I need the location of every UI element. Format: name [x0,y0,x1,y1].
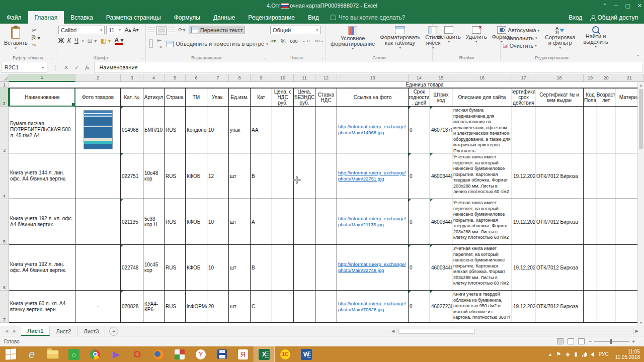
cell-upak[interactable]: 20 [207,291,229,323]
decrease-decimal-icon[interactable]: .00→ [314,39,324,43]
2gis-taskbar-button[interactable]: ⌂ [63,346,85,362]
cell-artikul[interactable]: КУА4-КР6 [143,291,165,323]
maximize-icon[interactable]: ▢ [625,3,630,9]
cell-shelf[interactable]: 0 [409,107,430,153]
cell-country[interactable]: RUS [165,107,186,153]
percent-style-icon[interactable]: % [281,38,286,44]
fill-button[interactable]: ⤓Заполнить▾ [503,35,539,41]
cell-vat[interactable] [315,291,337,323]
hscroll-thumb[interactable] [398,329,475,334]
select-all-corner[interactable] [0,74,9,82]
cell-kat[interactable]: А [251,199,272,245]
comma-style-icon[interactable]: 000 [290,39,297,44]
cell-cert_issuer[interactable]: ОТК/7012 Бирюза [535,291,584,323]
header-cell-7[interactable]: Упак. [207,88,229,107]
cell-link[interactable]: http://informat.ru/erp_exchange/photo/Ma… [337,107,409,153]
yandex-taskbar-button[interactable]: Я [232,346,254,362]
merge-center-button[interactable]: Объединить и поместить в центре ▾ [165,40,270,48]
cell-unit[interactable]: шт [229,291,251,323]
wrap-text-button[interactable]: Перенести текст [189,26,246,34]
cut-icon[interactable]: ✂ [32,27,40,33]
column-header-10[interactable]: 10 [272,74,294,82]
cell-unit[interactable]: шт [229,199,251,245]
cell-barcode[interactable]: 460034400 [430,199,452,245]
cell-age[interactable] [597,199,615,245]
tab-данные[interactable]: Данные [207,11,242,24]
normal-view-icon[interactable] [557,338,564,344]
font-dialog-launcher-icon[interactable]: ⌐ [142,56,144,60]
battery-icon[interactable]: ▮ [575,351,578,357]
sheet-tab-лист2[interactable]: Лист2 [50,326,77,336]
cell-name[interactable]: Бумага писчая ПОТРЕБИТЕЛЬСКАЯ 500 л. 45 … [9,107,75,153]
volume-icon[interactable] [591,352,594,357]
format-as-table-button[interactable]: Форматировать как таблицу ▾ [377,26,423,54]
cell-code_pol[interactable] [584,291,597,323]
header-cell-16[interactable]: Описание для сайта [452,88,512,107]
cell-cert_issuer[interactable] [535,107,584,153]
cell-artikul[interactable]: 10с45 кор [143,245,165,291]
formula-input[interactable]: Наименование [95,62,643,73]
cell-link[interactable]: http://informat.ru/erp_exchange/photo/Ma… [337,153,409,199]
excel-taskbar-button[interactable]: X [254,346,275,362]
find-select-button[interactable]: Найти и выделить ▾ [581,26,610,54]
cell-tm[interactable]: КФОБ [186,199,207,245]
cell-country[interactable]: RUS [165,291,186,323]
firefox-taskbar-button[interactable] [148,346,169,362]
cell-upak[interactable]: 12 [207,153,229,199]
clipboard-dialog-launcher-icon[interactable]: ⌐ [52,56,55,60]
cell-artikul[interactable]: БМП/10 [143,107,165,153]
internet-explorer-taskbar-button[interactable]: e [21,346,42,362]
floppy-app-taskbar-button[interactable] [211,346,232,362]
1c-taskbar-button[interactable]: 1С [275,346,296,362]
cell-barcode[interactable]: 460713706 [430,107,452,153]
tab-рецензирование[interactable]: Рецензирование [242,11,301,24]
cell-kat[interactable]: В [251,245,272,291]
cell-name[interactable]: Книга учета 144 л. лин. офс. А4 б/винил … [9,153,75,199]
cell-tm[interactable]: Кондопог [186,107,207,153]
row-header-5[interactable]: 5 [0,199,9,245]
cell-link[interactable]: http://informat.ru/erp_exchange/photo/Ma… [337,245,409,291]
opera-taskbar-button[interactable]: O [127,346,148,362]
clear-button[interactable]: ◪Очистить▾ [503,42,539,49]
tab-разметка-страницы[interactable]: Разметка страницы [100,11,168,24]
cell-price_novat[interactable] [294,153,315,199]
header-cell-18[interactable]: Сертификат № и кем выдан [535,88,584,107]
photo-link[interactable]: http://informat.ru/erp_exchange/photo/Ma… [338,216,407,228]
font-name-select[interactable]: Calibri ▾ [58,26,105,34]
cell-shelf[interactable]: 0 [409,199,430,245]
column-header-1[interactable]: 1 [9,74,75,82]
language-indicator[interactable]: РУС [599,351,609,357]
orientation-icon[interactable]: ⟳▾ [178,27,186,33]
header-cell-1[interactable]: Наименование [9,88,75,107]
horizontal-scrollbar[interactable]: ◀ ▶ [390,327,640,334]
font-color-icon[interactable]: А ▾ [115,37,124,45]
cell-shelf[interactable]: 0 [409,245,430,291]
column-header-9[interactable]: 9 [251,74,272,82]
header-cell-10[interactable]: Цена, с НДС руб. [272,88,294,107]
column-header-14[interactable]: 14 [409,74,430,82]
row-header-3[interactable]: 3 [0,107,9,153]
cell-cert_issuer[interactable]: ОТК/7012 Бирюза [535,199,584,245]
cell-desc[interactable]: Учетная книга имеет переплет, на который… [452,245,512,291]
header-cell-5[interactable]: Страна [165,88,186,107]
start-taskbar-button[interactable] [0,346,21,362]
cell-price_vat[interactable] [272,291,294,323]
copy-icon[interactable]: ⎘ ▾ [32,35,40,41]
pinwheel-app-taskbar-button[interactable] [169,346,190,362]
chrome-taskbar-button[interactable] [85,346,106,362]
paste-button[interactable]: Вставить ▾ [2,26,30,50]
cell-cert_issuer[interactable]: ОТК/7012 Бирюза [535,245,584,291]
cell-age[interactable] [597,291,615,323]
cell-upak[interactable]: 10 [207,107,229,153]
minimize-icon[interactable]: ─ [614,3,618,9]
cell-barcode[interactable]: 460272304 [430,291,452,323]
cell-price_vat[interactable] [272,199,294,245]
indent-icons[interactable]: ⇤ ⇥ [157,37,162,50]
tab-формулы[interactable]: Формулы [168,11,207,24]
column-header-13[interactable]: 13 [337,74,409,82]
header-cell-15[interactable]: Штрих код [430,88,452,107]
cell-link[interactable]: http://informat.ru/erp_exchange/photo/Ma… [337,199,409,245]
scroll-down-icon[interactable]: ▼ [638,319,644,326]
insert-cells-button[interactable]: Вставить ▾ [435,26,463,54]
column-header-4[interactable]: 4 [143,74,165,82]
